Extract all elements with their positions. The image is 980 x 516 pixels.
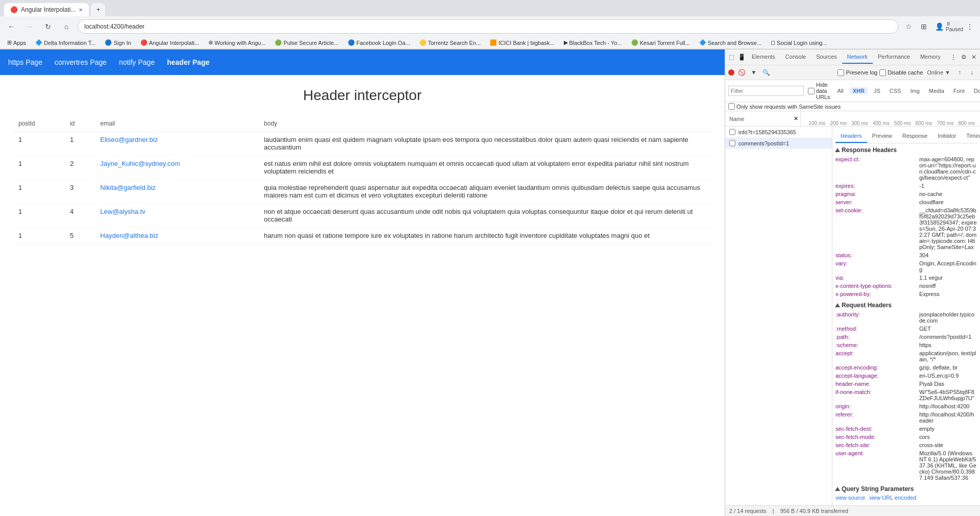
record-button[interactable] bbox=[728, 69, 734, 76]
page-title: Header interceptor bbox=[12, 87, 712, 104]
panel-tab-preview[interactable]: Preview bbox=[867, 130, 897, 143]
bookmark-pulse[interactable]: 🟢 Pulse Secure Article... bbox=[272, 38, 342, 47]
devtools-tab-bar: Elements Console Sources Network Perform… bbox=[747, 51, 948, 64]
headers-panel: Headers Preview Response Initiator Timin… bbox=[832, 127, 980, 505]
filter-toggle-button[interactable]: ▼ bbox=[749, 67, 759, 78]
blackbox-icon: ▶ bbox=[564, 39, 568, 46]
item-checkbox[interactable] bbox=[729, 140, 735, 146]
devtools-tab-performance[interactable]: Performance bbox=[873, 51, 915, 64]
cell-postid: 1 bbox=[12, 156, 64, 180]
nav-link-convertres[interactable]: convertres Page bbox=[55, 54, 107, 70]
bookmark-torrentz[interactable]: 🟡 Torrentz Search En... bbox=[416, 38, 484, 47]
extensions-icon[interactable]: ⊞ bbox=[918, 20, 930, 33]
search-button[interactable]: 🔍 bbox=[761, 67, 771, 78]
back-button[interactable]: ← bbox=[4, 19, 18, 34]
cell-id: 2 bbox=[64, 156, 94, 180]
response-headers-title[interactable]: Response Headers bbox=[835, 146, 977, 154]
tab-close-button[interactable]: ✕ bbox=[79, 7, 83, 13]
bookmark-blackbox[interactable]: ▶ BlackBox Tech - Yo... bbox=[561, 38, 625, 47]
same-site-bar: Only show requests with SameSite issues bbox=[725, 102, 980, 111]
devtools-settings-icon[interactable]: ⚙ bbox=[959, 52, 969, 62]
item-checkbox[interactable] bbox=[729, 129, 735, 135]
bookmark-signin[interactable]: 🔵 Sign In bbox=[102, 38, 134, 47]
filter-js[interactable]: JS bbox=[871, 87, 883, 94]
nav-link-notify[interactable]: notify Page bbox=[119, 54, 155, 70]
menu-button[interactable]: ⋮ bbox=[964, 20, 976, 33]
preserve-log-checkbox[interactable]: Preserve log bbox=[838, 69, 877, 76]
new-tab-button[interactable]: + bbox=[91, 3, 105, 16]
rh-name: referer: bbox=[835, 411, 917, 424]
bookmark-working[interactable]: ⊗ Working with Angu... bbox=[205, 38, 269, 47]
devtools-more-icon[interactable]: ⋮ bbox=[948, 52, 959, 62]
bookmark-star-icon[interactable]: ☆ bbox=[902, 20, 915, 33]
nav-link-https[interactable]: https Page bbox=[8, 54, 42, 70]
bookmark-icici[interactable]: 🟧 ICICI Bank | bigbask... bbox=[487, 38, 557, 47]
rh-name: status: bbox=[835, 252, 917, 258]
filter-img[interactable]: Img bbox=[907, 87, 922, 94]
filter-all[interactable]: All bbox=[834, 87, 847, 94]
panel-tab-response[interactable]: Response bbox=[897, 130, 933, 143]
rh-name: sec-fetch-site: bbox=[835, 442, 917, 448]
panel-tab-headers[interactable]: Headers bbox=[835, 130, 867, 143]
clear-button[interactable]: 🚫 bbox=[736, 67, 747, 78]
devtools-tab-console[interactable]: Console bbox=[780, 51, 811, 64]
disable-cache-checkbox[interactable]: Disable cache bbox=[879, 69, 923, 76]
throttle-selector[interactable]: Online ▼ bbox=[925, 67, 952, 78]
panel-tab-initiator[interactable]: Initiator bbox=[933, 130, 961, 143]
bookmarks-bar: ⊞ Apps 🔷 Delta Information T... 🔵 Sign I… bbox=[0, 37, 980, 49]
view-source-link[interactable]: view source bbox=[835, 495, 865, 501]
upload-icon[interactable]: ↑ bbox=[954, 67, 965, 78]
network-item-comments[interactable]: comments?postId=1 bbox=[725, 138, 832, 149]
rh-value: cloudflare bbox=[919, 199, 944, 205]
devtools-tab-network[interactable]: Network bbox=[842, 51, 873, 64]
rh-x-content-type: x-content-type-options: nosniff bbox=[835, 282, 977, 289]
filter-css[interactable]: CSS bbox=[887, 87, 904, 94]
devtools-device-icon[interactable]: 📱 bbox=[736, 52, 747, 62]
hide-data-urls-checkbox[interactable]: Hide data URLs bbox=[808, 82, 830, 100]
network-split: info?t=1585294335365 comments?postId=1 H… bbox=[725, 127, 980, 505]
view-url-encoded-link[interactable]: view URL encoded bbox=[869, 495, 916, 501]
devtools-tab-sources[interactable]: Sources bbox=[811, 51, 842, 64]
filter-doc[interactable]: Doc bbox=[971, 87, 980, 94]
filter-input[interactable] bbox=[728, 86, 804, 96]
forward-button[interactable]: → bbox=[22, 19, 37, 34]
timeline-labels: 100 ms 200 ms 300 ms 400 ms 500 ms 600 m… bbox=[801, 111, 980, 126]
filter-media[interactable]: Media bbox=[926, 87, 947, 94]
working-icon: ⊗ bbox=[208, 39, 213, 46]
app-nav: https Page convertres Page notify Page h… bbox=[0, 50, 725, 75]
nav-links: https Page convertres Page notify Page h… bbox=[8, 54, 209, 70]
bookmark-search[interactable]: 🔷 Search and Browse... bbox=[696, 38, 764, 47]
devtools-close-icon[interactable]: ✕ bbox=[969, 52, 979, 62]
reload-button[interactable]: ↻ bbox=[41, 19, 55, 34]
address-input[interactable]: localhost:4200/header bbox=[78, 19, 898, 34]
download-icon[interactable]: ↓ bbox=[967, 67, 977, 78]
active-tab[interactable]: 🔴 Angular Interpolati... ✕ bbox=[4, 3, 89, 16]
rh-value: no-cache bbox=[919, 191, 942, 197]
devtools-tab-memory[interactable]: Memory bbox=[915, 51, 946, 64]
filter-xhr[interactable]: XHR bbox=[850, 87, 868, 94]
cell-body: harum non quasi et ratione tempore iure … bbox=[258, 228, 712, 244]
same-site-checkbox[interactable]: Only show requests with SameSite issues bbox=[728, 103, 841, 110]
devtools-header: ⬚ 📱 Elements Console Sources Network Per… bbox=[725, 50, 980, 65]
nav-link-header[interactable]: header Page bbox=[167, 54, 209, 70]
bookmark-facebook[interactable]: 🔵 Facebook Login Oa... bbox=[345, 38, 413, 47]
bookmark-delta[interactable]: 🔷 Delta Information T... bbox=[32, 38, 99, 47]
network-item-info[interactable]: info?t=1585294335365 bbox=[725, 127, 832, 138]
bookmark-label: Social Login using... bbox=[777, 40, 827, 46]
profile-icon[interactable]: 👤 bbox=[933, 20, 945, 33]
bookmark-angular[interactable]: 🔴 Angular Interpolati... bbox=[137, 38, 202, 47]
rh-name: via: bbox=[835, 275, 917, 281]
filter-font[interactable]: Font bbox=[950, 87, 968, 94]
query-params-title[interactable]: Query String Parameters bbox=[835, 485, 977, 493]
devtools-tab-elements[interactable]: Elements bbox=[747, 51, 780, 64]
bookmark-apps[interactable]: ⊞ Apps bbox=[4, 38, 29, 47]
timeline-400ms: 400 ms bbox=[869, 120, 891, 126]
bookmark-kesari[interactable]: 🟢 Kesari Torrent Full... bbox=[628, 38, 693, 47]
panel-tab-timing[interactable]: Timing bbox=[961, 130, 980, 143]
bookmark-social[interactable]: ◻ Social Login using... bbox=[768, 38, 830, 47]
rh-value: Mozilla/5.0 (Windows NT 6.1) AppleWebKit… bbox=[919, 450, 977, 481]
request-headers-title[interactable]: Request Headers bbox=[835, 302, 977, 309]
close-headers-btn[interactable]: ✕ bbox=[794, 115, 800, 122]
home-button[interactable]: ⌂ bbox=[59, 19, 74, 34]
devtools-inspect-icon[interactable]: ⬚ bbox=[726, 52, 736, 62]
